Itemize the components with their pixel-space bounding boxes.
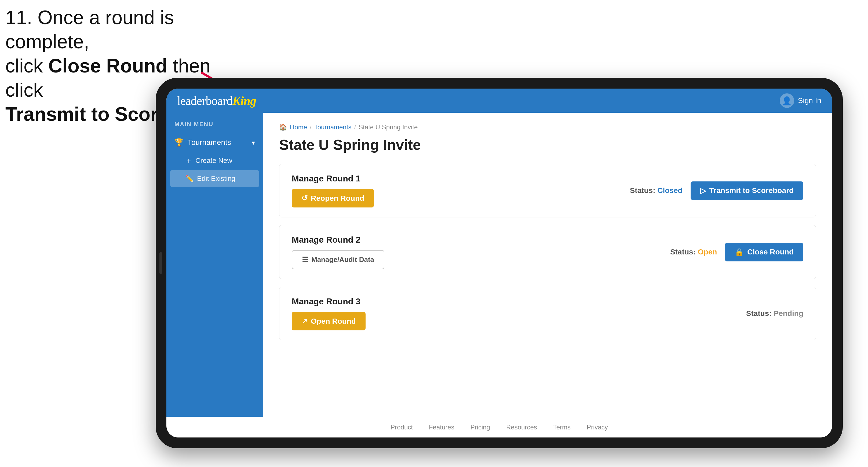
open-round-label: Open Round xyxy=(311,317,356,325)
home-icon: 🏠 xyxy=(279,123,287,131)
round-2-left: Manage Round 2 ☰ Manage/Audit Data xyxy=(292,235,384,269)
close-round-label: Close Round xyxy=(747,248,794,256)
main-menu-label: MAIN MENU xyxy=(166,121,263,133)
round-2-section: Manage Round 2 ☰ Manage/Audit Data Statu… xyxy=(279,225,816,279)
round-2-title: Manage Round 2 xyxy=(292,235,384,245)
user-avatar: 👤 xyxy=(780,93,794,108)
transmit-to-scoreboard-button[interactable]: ▷ Transmit to Scoreboard xyxy=(690,181,803,200)
chevron-down-icon xyxy=(252,138,255,147)
round-3-right: Status: Pending xyxy=(746,309,803,318)
logo-king: King xyxy=(232,94,256,107)
round-3-title: Manage Round 3 xyxy=(292,297,366,307)
sign-in-area[interactable]: 👤 Sign In xyxy=(780,93,821,108)
instruction-line2: click xyxy=(5,55,48,76)
tournaments-left: 🏆 Tournaments xyxy=(175,138,231,147)
edit-icon: ✏️ xyxy=(185,175,194,183)
tablet-device: leaderboardKing 👤 Sign In MAIN MENU 🏆 To… xyxy=(156,78,843,448)
create-new-label: Create New xyxy=(195,156,232,165)
instruction-bold1: Close Round xyxy=(48,55,167,76)
main-layout: MAIN MENU 🏆 Tournaments ＋ Create New ✏️ … xyxy=(166,113,832,417)
logo-leaderboard: leaderboard xyxy=(177,94,232,107)
breadcrumb: 🏠 Home / Tournaments / State U Spring In… xyxy=(279,123,816,131)
footer-privacy[interactable]: Privacy xyxy=(587,424,608,431)
sidebar-item-edit-existing[interactable]: ✏️ Edit Existing xyxy=(170,170,259,187)
manage-audit-label: Manage/Audit Data xyxy=(311,255,374,264)
footer: Product Features Pricing Resources Terms… xyxy=(166,417,832,437)
edit-existing-label: Edit Existing xyxy=(197,175,236,183)
sidebar-item-create-new[interactable]: ＋ Create New xyxy=(166,152,263,169)
open-round-icon: ↗ xyxy=(302,317,308,325)
logo: leaderboardKing xyxy=(177,94,256,108)
content-area: 🏠 Home / Tournaments / State U Spring In… xyxy=(263,113,832,417)
tablet-side-button xyxy=(159,252,162,274)
footer-resources[interactable]: Resources xyxy=(506,424,537,431)
transmit-label: Transmit to Scoreboard xyxy=(709,186,794,195)
breadcrumb-sep1: / xyxy=(310,123,312,131)
round-1-section: Manage Round 1 ↺ Reopen Round Status: Cl… xyxy=(279,164,816,217)
tablet-screen: leaderboardKing 👤 Sign In MAIN MENU 🏆 To… xyxy=(166,89,832,437)
round-1-right: Status: Closed ▷ Transmit to Scoreboard xyxy=(630,181,803,200)
reopen-round-label: Reopen Round xyxy=(311,194,364,203)
logo-area: leaderboardKing xyxy=(177,94,256,108)
round-3-status: Status: Pending xyxy=(746,309,803,318)
round-1-status-value: Closed xyxy=(657,186,682,195)
instruction-line1: 11. Once a round is complete, xyxy=(5,7,174,52)
close-round-icon: 🔒 xyxy=(735,248,744,257)
manage-audit-data-button[interactable]: ☰ Manage/Audit Data xyxy=(292,250,384,269)
trophy-icon: 🏆 xyxy=(175,138,184,147)
round-1-title: Manage Round 1 xyxy=(292,174,374,184)
breadcrumb-sep2: / xyxy=(354,123,356,131)
sidebar-item-tournaments[interactable]: 🏆 Tournaments xyxy=(166,133,263,152)
top-navigation: leaderboardKing 👤 Sign In xyxy=(166,89,832,113)
audit-icon: ☰ xyxy=(302,255,308,264)
round-3-section: Manage Round 3 ↗ Open Round Status: Pend… xyxy=(279,287,816,340)
sidebar: MAIN MENU 🏆 Tournaments ＋ Create New ✏️ … xyxy=(166,113,263,417)
round-3-status-value: Pending xyxy=(774,309,803,317)
footer-features[interactable]: Features xyxy=(429,424,455,431)
transmit-icon: ▷ xyxy=(700,186,706,195)
sign-in-label[interactable]: Sign In xyxy=(798,96,821,105)
footer-pricing[interactable]: Pricing xyxy=(470,424,490,431)
round-2-right: Status: Open 🔒 Close Round xyxy=(670,243,803,261)
reopen-round-button[interactable]: ↺ Reopen Round xyxy=(292,189,374,208)
round-1-left: Manage Round 1 ↺ Reopen Round xyxy=(292,174,374,208)
breadcrumb-home[interactable]: Home xyxy=(290,123,307,131)
footer-terms[interactable]: Terms xyxy=(553,424,570,431)
round-2-status: Status: Open xyxy=(670,248,717,256)
close-round-button[interactable]: 🔒 Close Round xyxy=(725,243,803,261)
tournaments-label: Tournaments xyxy=(188,138,231,147)
breadcrumb-current: State U Spring Invite xyxy=(359,123,417,131)
page-title: State U Spring Invite xyxy=(279,136,816,153)
plus-icon: ＋ xyxy=(185,156,192,165)
reopen-icon: ↺ xyxy=(302,194,308,203)
round-2-status-value: Open xyxy=(698,248,717,256)
breadcrumb-tournaments[interactable]: Tournaments xyxy=(314,123,351,131)
round-3-left: Manage Round 3 ↗ Open Round xyxy=(292,297,366,331)
content-spacer xyxy=(279,348,816,402)
footer-product[interactable]: Product xyxy=(391,424,413,431)
open-round-button[interactable]: ↗ Open Round xyxy=(292,312,366,331)
round-1-status: Status: Closed xyxy=(630,186,683,195)
